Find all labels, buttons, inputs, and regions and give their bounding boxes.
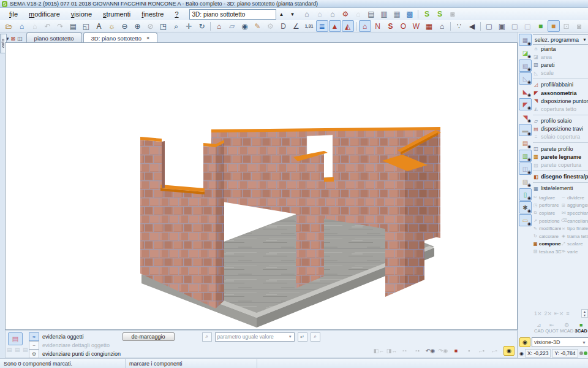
- undo-view-eye-icon[interactable]: ↶◉: [424, 345, 437, 356]
- layer-lines-eye-icon[interactable]: ≣: [316, 20, 328, 32]
- param-search-icon[interactable]: ⌕: [202, 332, 212, 342]
- roof-visibility-icon[interactable]: ◭: [342, 20, 354, 32]
- tool-componenti[interactable]: ▣componenti: [533, 240, 561, 248]
- menu-file[interactable]: file: [4, 9, 23, 19]
- cursor-eye-icon[interactable]: ◉: [519, 351, 524, 356]
- demark-button[interactable]: de-marcaggio: [123, 332, 175, 341]
- house-eye-icon[interactable]: ⌂: [436, 20, 448, 32]
- visibility-area-icon[interactable]: ◪◉: [519, 47, 532, 59]
- visibility-travi-icon[interactable]: ▤◉: [519, 137, 532, 149]
- visibility-eye-icon[interactable]: ◉: [239, 20, 251, 32]
- parameter-combo[interactable]: parametro uguale valore ▼: [215, 332, 295, 342]
- view-eye-icon[interactable]: ◉: [519, 337, 530, 347]
- house-section-icon[interactable]: ⌂: [213, 20, 225, 32]
- hidden-line-cube-icon[interactable]: ▣: [496, 20, 508, 32]
- print-icon[interactable]: ▤: [67, 20, 80, 32]
- snap-back-icon[interactable]: ◀: [466, 20, 478, 32]
- highlight-view-eye-icon[interactable]: ◉: [503, 346, 514, 356]
- visibility-marcatura-icon[interactable]: ✱◉: [519, 201, 532, 213]
- level-up-icon[interactable]: ⌂: [301, 9, 313, 20]
- zoom-page-icon[interactable]: ◳: [157, 20, 170, 32]
- green-cube-icon[interactable]: ■: [535, 20, 547, 32]
- visibility-componenti-icon[interactable]: ▯◉: [519, 188, 532, 201]
- program-assonometria[interactable]: ◤assonometria: [533, 89, 588, 97]
- view-selector-combo[interactable]: 3D: piano sottotetto: [189, 9, 276, 20]
- param-apply-icon[interactable]: ↵: [298, 332, 307, 342]
- sema-data-store-icon[interactable]: S: [421, 9, 433, 20]
- measure-131-icon[interactable]: 1,31: [303, 20, 315, 32]
- view-south-icon[interactable]: S: [385, 20, 397, 32]
- program-liste-elementi[interactable]: ▦liste/elementi: [533, 185, 588, 193]
- walkthrough-icon[interactable]: ∵: [453, 20, 466, 32]
- tab-piano-sottotetto[interactable]: piano sottotetto: [26, 33, 82, 42]
- program-disposizione-puntoni[interactable]: ◥disposizione puntoni: [533, 97, 588, 105]
- menu-modificare[interactable]: modificare: [23, 9, 66, 19]
- visibility-texture-icon[interactable]: ▭◉: [519, 214, 532, 226]
- visibility-pianta-icon[interactable]: ▦◉: [519, 34, 532, 46]
- visibility-pareti-icon[interactable]: ▧◉: [519, 59, 532, 72]
- view-mode-select[interactable]: visione-3D ▼: [532, 337, 588, 347]
- new-building-icon[interactable]: ⌂: [16, 20, 28, 32]
- level-up-arrow[interactable]: ▲: [276, 10, 287, 18]
- visibility-finestre-icon[interactable]: ◫◉: [519, 163, 532, 175]
- zoom-out-icon[interactable]: ⊖: [119, 20, 131, 32]
- menu-visione[interactable]: visione: [66, 9, 97, 19]
- brick-texture-icon[interactable]: ▦: [423, 20, 435, 32]
- mode-mcad-button[interactable]: ⚙MCAD: [560, 322, 573, 334]
- view-house-3d-icon[interactable]: ⌂: [359, 20, 371, 32]
- program-pareti[interactable]: ▧pareti: [533, 61, 588, 69]
- pan-icon[interactable]: ✛: [183, 20, 195, 32]
- view-east-icon[interactable]: O: [398, 20, 410, 32]
- project-settings-icon[interactable]: ⚙: [339, 9, 352, 20]
- level-down-icon[interactable]: ⌂: [326, 9, 339, 20]
- visibility-parete-copertura-icon[interactable]: ▨◉: [519, 175, 532, 188]
- program-pianta[interactable]: ⌂pianta: [533, 45, 588, 53]
- menu-[interactable]: ?: [169, 9, 184, 19]
- menu-finestre[interactable]: finestre: [136, 9, 169, 19]
- visibility-solaio-icon[interactable]: ▬◉: [519, 124, 532, 136]
- program-profilo-solaio[interactable]: ▱profilo solaio: [533, 117, 588, 125]
- font-icon[interactable]: A: [93, 20, 105, 32]
- texture-brush-icon[interactable]: ✎: [252, 20, 264, 32]
- close-window-icon[interactable]: ⊠: [11, 36, 16, 42]
- textured-cube-icon[interactable]: ■: [548, 20, 560, 32]
- program-parete-legname[interactable]: ▥parete legname: [533, 153, 588, 161]
- print-window-icon[interactable]: ▤: [365, 9, 377, 20]
- solid-cube-icon[interactable]: ▢: [509, 20, 521, 32]
- program-parete-profilo[interactable]: ◫parete profilo: [533, 145, 588, 153]
- result-list-icon[interactable]: ▩: [404, 9, 416, 20]
- visibility-profili-icon[interactable]: ◣◉: [519, 85, 532, 98]
- menu-strumenti[interactable]: strumenti: [97, 9, 136, 19]
- print-preview-icon[interactable]: ◱: [80, 20, 92, 32]
- dxf-export-icon[interactable]: D: [277, 20, 290, 32]
- layer-stack-button[interactable]: ▤: [8, 332, 23, 345]
- rotate-view-icon[interactable]: ↻: [196, 20, 208, 32]
- program-disegno-finestra-porta[interactable]: ◧disegno finestra/porta: [533, 173, 588, 181]
- tab-3d-piano-sottotetto[interactable]: 3D: piano sottotetto×: [83, 33, 158, 42]
- view-west-icon[interactable]: W: [410, 20, 423, 32]
- mode-quot-button[interactable]: ⇤QUOT: [545, 322, 559, 334]
- highlight-details-toggle[interactable]: ~: [29, 341, 39, 350]
- print-setup-icon[interactable]: ▥: [378, 9, 390, 20]
- mode-3cad-button[interactable]: ■3CAD: [575, 322, 587, 334]
- marker-cone-eye-icon[interactable]: ▲: [329, 20, 341, 32]
- brightness-icon[interactable]: ☼: [106, 20, 118, 32]
- zoom-window-icon[interactable]: ⌕: [170, 20, 183, 32]
- visibility-puntoni-icon[interactable]: ◥◉: [519, 111, 532, 123]
- mark-red-icon[interactable]: ■: [450, 345, 462, 356]
- clip-plane-icon[interactable]: ▱: [226, 20, 238, 32]
- program-disposizione-travi[interactable]: ▤disposizione travi: [533, 125, 588, 133]
- measure-angle-icon[interactable]: ∠: [290, 20, 303, 32]
- visibility-assonometria-icon[interactable]: ◤◉: [519, 98, 532, 110]
- highlight-objects-toggle[interactable]: ≈: [29, 332, 39, 341]
- tab-close-icon[interactable]: ×: [146, 35, 149, 41]
- program-select-header[interactable]: selez. programma ▼: [533, 34, 588, 45]
- highlight-joints-toggle[interactable]: ⚙: [29, 350, 39, 358]
- panel-scroll-spinner[interactable]: ▲▼: [581, 309, 588, 318]
- material-list-icon[interactable]: ▦: [391, 9, 403, 20]
- visibility-parete-legname-icon[interactable]: ▥◉: [519, 150, 532, 162]
- title-bar[interactable]: S SEMA V18-2 (9015) 077 01 2018 GIOVANNI…: [0, 0, 588, 8]
- sema-data-store2-icon[interactable]: S: [434, 9, 446, 20]
- level-same-icon[interactable]: ⌂: [314, 9, 326, 20]
- 3d-viewport[interactable]: [5, 42, 518, 330]
